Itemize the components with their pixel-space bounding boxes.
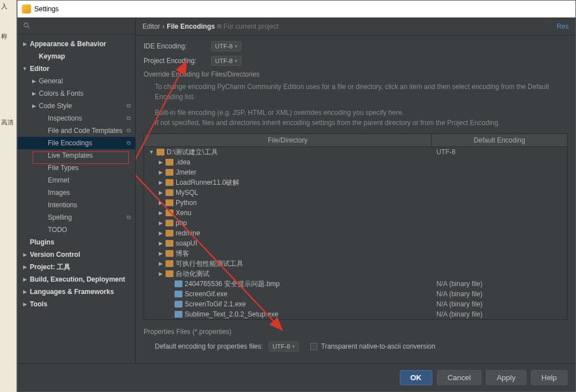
ide-encoding-label: IDE Encoding: [144, 42, 206, 50]
file-icon [175, 291, 182, 297]
table-row[interactable]: ▶可执行包性能测试工具 [144, 259, 567, 269]
sidebar-item[interactable]: Keymap [17, 50, 135, 63]
ide-left-gutter: 入 称 高清 [0, 0, 17, 392]
col-encoding[interactable]: Default Encoding [432, 134, 567, 146]
sidebar-item[interactable]: Images [17, 186, 135, 199]
table-row[interactable]: ▶Xenu [144, 208, 567, 218]
titlebar[interactable]: Settings [17, 1, 575, 17]
properties-encoding-label: Default encoding for properties files: [155, 342, 263, 350]
table-row[interactable]: ▶php [144, 218, 567, 228]
svg-line-1 [28, 26, 30, 28]
svg-point-0 [24, 23, 28, 26]
ok-button[interactable]: OK [400, 370, 432, 385]
sidebar-item[interactable]: ▶Code Style⧉ [17, 100, 135, 112]
folder-icon [166, 230, 173, 237]
pycharm-icon [22, 5, 31, 14]
transparent-checkbox[interactable]: Transparent native-to-ascii conversion [310, 342, 435, 350]
folder-icon [157, 149, 164, 155]
folder-icon [166, 220, 173, 226]
hint-text: To change encoding PyCharm Community Edi… [155, 82, 568, 102]
project-encoding-combo[interactable]: UTF-8 [211, 56, 242, 66]
table-row[interactable]: ▶博客 [144, 248, 567, 259]
search-icon [23, 22, 31, 30]
settings-sidebar: ▶Appearance & BehaviorKeymap▼Editor▶Gene… [17, 17, 136, 363]
table-row[interactable]: ScreenToGif 2.1.exeN/A (binary file) [144, 299, 567, 309]
copy-icon: ⧉ [127, 115, 131, 122]
sidebar-item[interactable]: ▶Languages & Frameworks [17, 286, 135, 298]
folder-icon [166, 179, 173, 186]
folder-icon [166, 240, 173, 247]
sidebar-item[interactable]: ▶Version Control [17, 248, 135, 261]
folder-icon [166, 260, 173, 267]
table-row[interactable]: ▶soapUI [144, 238, 567, 248]
cancel-button[interactable]: Cancel [437, 370, 482, 385]
folder-icon [166, 169, 173, 176]
copy-icon: ⧉ [127, 127, 131, 134]
sidebar-item[interactable]: ▶Colors & Fonts [17, 87, 135, 100]
sidebar-item[interactable]: Emmet [17, 174, 135, 186]
settings-dialog: Settings ▶Appearance & BehaviorKeymap▼Ed… [17, 0, 576, 392]
folder-icon [166, 250, 173, 257]
sidebar-item[interactable]: ▶Tools [17, 298, 135, 310]
settings-tree: ▶Appearance & BehaviorKeymap▼Editor▶Gene… [17, 34, 135, 363]
table-row[interactable]: ▶redmine [144, 228, 567, 238]
sidebar-item[interactable]: Intentions [17, 199, 135, 211]
project-encoding-label: Project Encoding: [144, 57, 206, 65]
copy-icon: ⧉ [217, 23, 221, 30]
search-input[interactable] [17, 17, 135, 34]
table-row[interactable]: ▼D:\测试建立\工具UTF-8 [144, 147, 567, 157]
folder-icon [166, 189, 173, 196]
folder-icon [166, 159, 173, 166]
table-row[interactable]: ▶Python [144, 198, 567, 208]
sidebar-item[interactable]: File Types [17, 162, 135, 174]
breadcrumb: Editor › File Encodings ⧉ For current pr… [136, 17, 575, 35]
override-section-title: Override Encoding for Files/Directories [144, 70, 568, 78]
sidebar-item[interactable]: Live Templates [17, 149, 135, 162]
table-row[interactable]: ScreenGif.exeN/A (binary file) [144, 289, 567, 299]
sidebar-item[interactable]: ▼Editor [17, 63, 135, 75]
properties-section-title: Properties Files (*.properties) [144, 328, 568, 336]
file-icon [175, 301, 182, 308]
copy-icon: ⧉ [127, 140, 131, 146]
dialog-buttons: OK Cancel Apply Help [17, 363, 575, 391]
sidebar-item[interactable]: File Encodings⧉ [17, 137, 135, 149]
properties-encoding-combo[interactable]: UTF-8 [269, 341, 299, 351]
help-button[interactable]: Help [531, 370, 568, 385]
sidebar-item[interactable]: Plugins [17, 236, 135, 248]
table-row[interactable]: ▶.idea [144, 157, 567, 167]
window-title: Settings [34, 5, 59, 13]
apply-button[interactable]: Apply [486, 370, 526, 385]
file-icon [175, 280, 182, 287]
table-row[interactable]: ▶Jmeter [144, 167, 567, 177]
folder-icon [166, 270, 173, 277]
breadcrumb-part: Editor [142, 23, 160, 30]
table-row[interactable]: Sublime_Text_2.0.2_Setup.exeN/A (binary … [144, 309, 567, 319]
encoding-table: File/Directory Default Encoding ▼D:\测试建立… [144, 133, 568, 320]
sidebar-item[interactable]: Inspections⧉ [17, 112, 135, 124]
hint-text: Built-in file encoding (e.g. JSP, HTML o… [155, 108, 568, 118]
table-row[interactable]: ▶LoadRunner11.0破解 [144, 177, 567, 188]
sidebar-item[interactable]: Spelling⧉ [17, 211, 135, 224]
table-row[interactable]: ▶MySQL [144, 188, 567, 198]
sidebar-item[interactable]: File and Code Templates⧉ [17, 124, 135, 137]
reset-link[interactable]: Res [557, 23, 569, 30]
sidebar-item[interactable]: ▶Appearance & Behavior [17, 38, 135, 50]
sidebar-item[interactable]: ▶General [17, 75, 135, 87]
sidebar-item[interactable]: ▶Project: 工具 [17, 261, 135, 273]
copy-icon: ⧉ [127, 214, 131, 221]
hint-text: If not specified, files and directories … [155, 118, 568, 128]
breadcrumb-current: File Encodings [167, 23, 215, 30]
table-row[interactable]: 2404765536 安全提示问题.bmpN/A (binary file) [144, 279, 567, 289]
ide-encoding-combo[interactable]: UTF-8 [211, 41, 242, 51]
table-row[interactable]: ▶自动化测试 [144, 269, 567, 279]
sidebar-item[interactable]: TODO [17, 224, 135, 236]
copy-icon: ⧉ [127, 103, 131, 109]
file-icon [175, 311, 182, 318]
col-file[interactable]: File/Directory [144, 134, 432, 146]
breadcrumb-sub: For current project [224, 23, 279, 30]
sidebar-item[interactable]: ▶Build, Execution, Deployment [17, 273, 135, 286]
folder-icon [166, 210, 173, 216]
folder-icon [166, 199, 173, 206]
